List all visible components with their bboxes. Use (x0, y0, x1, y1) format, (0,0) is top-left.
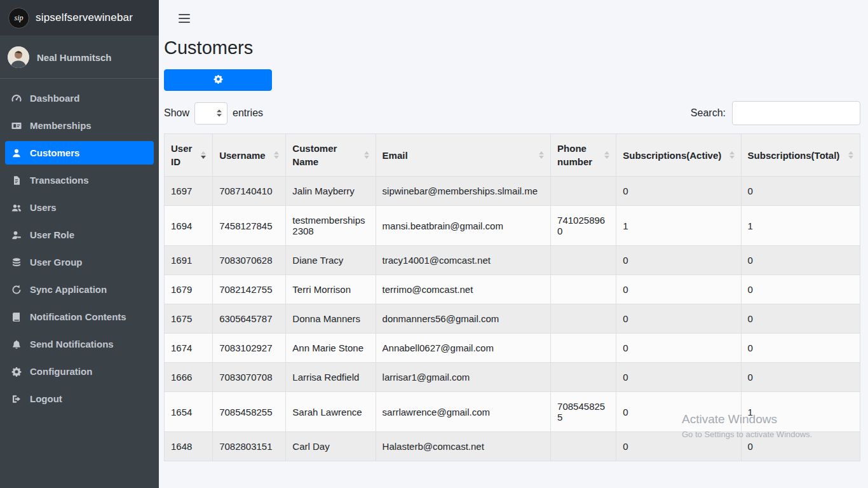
sort-icon (364, 151, 369, 159)
table-cell: testmemberships 2308 (286, 206, 376, 246)
table-cell: Terri Morrison (286, 275, 376, 304)
column-header-subscriptions-total[interactable]: Subscriptions(Total) (741, 134, 860, 177)
sync-icon (11, 285, 30, 295)
table-cell: tracy14001@comcast.net (376, 246, 551, 275)
column-label: Subscriptions(Total) (748, 149, 840, 162)
table-cell: 7083070628 (213, 246, 286, 275)
users-icon (11, 203, 30, 213)
content-area: Customers Show entries Search: (159, 37, 868, 461)
bell-icon (11, 339, 30, 349)
search-input[interactable] (732, 101, 860, 125)
table-cell: Ann Marie Stone (286, 334, 376, 363)
table-cell: Halasterb@comcast.net (376, 432, 551, 461)
table-cell: 0 (616, 304, 741, 334)
column-header-username[interactable]: Username (213, 134, 286, 177)
table-cell: 1675 (165, 304, 213, 334)
table-cell: 7083070708 (213, 363, 286, 392)
table-row: 16756305645787Donna Mannersdonmanners56@… (165, 304, 860, 334)
table-cell (551, 304, 616, 334)
user-name[interactable]: Neal Hummitsch (37, 52, 112, 63)
table-cell (551, 334, 616, 363)
table-cell: 0 (616, 363, 741, 392)
table-cell: Sarah Lawrence (286, 392, 376, 432)
table-cell: 1694 (165, 206, 213, 246)
table-cell: 1674 (165, 334, 213, 363)
table-body: 16977087140410Jalin Mayberrysipwinebar@m… (165, 177, 860, 461)
table-cell: 1654 (165, 392, 213, 432)
column-header-phone-number[interactable]: Phone number (551, 134, 616, 177)
sort-icon (729, 151, 735, 159)
sidebar-item-configuration[interactable]: Configuration (5, 360, 154, 383)
table-cell (551, 432, 616, 461)
sidebar-item-dashboard[interactable]: Dashboard (5, 86, 154, 110)
sort-icon (274, 151, 279, 159)
column-header-customer-name[interactable]: Customer Name (286, 134, 376, 177)
column-header-subscriptions-active[interactable]: Subscriptions(Active) (616, 134, 741, 177)
table-cell: 1691 (165, 246, 213, 275)
table-cell: 0 (741, 432, 860, 461)
top-navbar (159, 0, 868, 36)
sidebar-item-notification-contents[interactable]: Notification Contents (5, 305, 154, 329)
table-cell: donmanners56@gmail.com (376, 304, 551, 334)
sidebar-item-users[interactable]: Users (5, 196, 154, 219)
table-cell: 0 (741, 275, 860, 304)
table-cell: 1 (741, 206, 860, 246)
sidebar-item-user-role[interactable]: User Role (5, 223, 154, 247)
column-header-user-id[interactable]: User ID (165, 134, 213, 177)
table-cell: 0 (616, 432, 741, 461)
table-cell: 1 (741, 392, 860, 432)
menu-toggle-icon[interactable] (179, 14, 190, 23)
sidebar-item-label: Memberships (30, 120, 92, 131)
sort-icon (201, 151, 206, 159)
brand-logo-icon: sip (8, 8, 29, 29)
table-row: 16917083070628Diane Tracytracy14001@comc… (165, 246, 860, 275)
sidebar-item-label: Sync Application (30, 284, 107, 295)
table-row: 16747083102927Ann Marie StoneAnnabell062… (165, 334, 860, 363)
search-group: Search: (691, 101, 860, 125)
main-content: Customers Show entries Search: (159, 0, 868, 488)
sort-icon (604, 151, 609, 159)
sidebar-item-label: Notification Contents (30, 311, 126, 322)
table-cell: 0 (741, 334, 860, 363)
table-cell: 1648 (165, 432, 213, 461)
column-label: Phone number (557, 142, 602, 168)
column-label: Email (383, 149, 408, 162)
customers-table: User IDUsernameCustomer NameEmailPhone n… (164, 133, 860, 461)
table-cell: 0 (741, 246, 860, 275)
brand-logo-text: sip (14, 13, 23, 23)
sidebar-item-label: Dashboard (30, 93, 79, 104)
table-cell: 7458127845 (213, 206, 286, 246)
table-cell: Diane Tracy (286, 246, 376, 275)
table-cell: mansi.beatbrain@gmail.com (376, 206, 551, 246)
table-cell: sarrlawrence@gmail.com (376, 392, 551, 432)
sidebar-item-logout[interactable]: Logout (5, 387, 154, 410)
sidebar-item-user-group[interactable]: User Group (5, 250, 154, 274)
dashboard-icon (11, 93, 30, 104)
table-row: 16977087140410Jalin Mayberrysipwinebar@m… (165, 177, 860, 206)
avatar (8, 46, 29, 68)
entries-select[interactable] (194, 102, 227, 125)
table-cell: 1679 (165, 275, 213, 304)
brand[interactable]: sip sipselfservewinebar (0, 0, 159, 36)
table-row: 16797082142755Terri Morrisonterrimo@comc… (165, 275, 860, 304)
column-label: User ID (171, 142, 198, 168)
table-cell: Donna Manners (286, 304, 376, 334)
sidebar-item-send-notifications[interactable]: Send Notifications (5, 332, 154, 356)
table-cell: 7082803151 (213, 432, 286, 461)
show-label: Show (164, 107, 189, 119)
sidebar-item-transactions[interactable]: Transactions (5, 168, 154, 192)
sidebar-menu: DashboardMembershipsCustomersTransaction… (0, 79, 159, 422)
settings-button[interactable] (164, 69, 272, 91)
table-cell: 7083102927 (213, 334, 286, 363)
table-row: 16487082803151Carl DayHalasterb@comcast.… (165, 432, 860, 461)
sidebar-item-memberships[interactable]: Memberships (5, 114, 154, 137)
table-cell: larrisar1@gmail.com (376, 363, 551, 392)
table-cell: 6305645787 (213, 304, 286, 334)
sidebar-item-sync-application[interactable]: Sync Application (5, 278, 154, 301)
table-controls: Show entries Search: (164, 101, 860, 125)
memberships-icon (11, 121, 30, 131)
column-label: Username (219, 149, 266, 162)
table-cell: Jalin Mayberry (286, 177, 376, 206)
column-header-email[interactable]: Email (376, 134, 551, 177)
sidebar-item-customers[interactable]: Customers (5, 141, 154, 165)
